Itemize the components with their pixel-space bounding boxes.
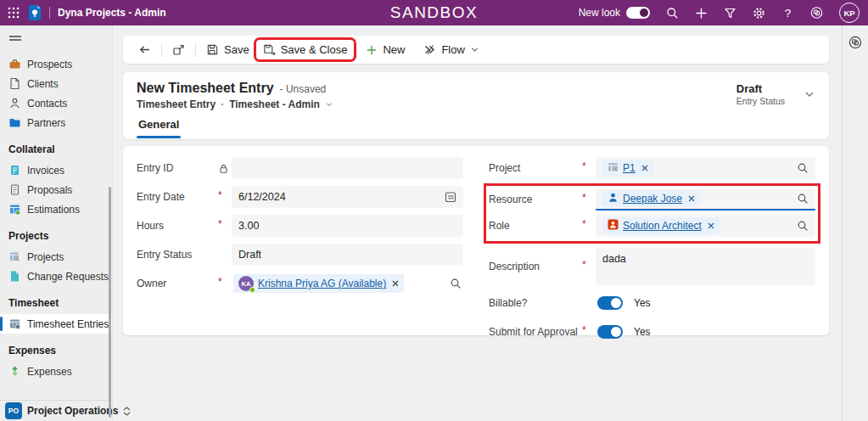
sidebar-scrollbar[interactable] — [109, 187, 111, 418]
remove-resource-icon[interactable] — [688, 195, 695, 202]
settings-gear-icon[interactable] — [753, 7, 765, 20]
area-switcher-icon — [123, 407, 131, 416]
prospects-icon — [8, 58, 21, 70]
sidebar-item-contacts[interactable]: Contacts — [0, 93, 112, 113]
field-entry-id: Entry ID — [137, 157, 463, 179]
entry-id-input — [232, 157, 463, 179]
project-link[interactable]: P1 — [623, 162, 636, 174]
role-lookup[interactable]: Solution Architect — [596, 215, 815, 237]
owner-search-icon[interactable] — [450, 278, 462, 289]
form-section-general: Entry ID Entry Date 6/12/2024 — [123, 146, 829, 335]
date-picker-icon[interactable] — [445, 191, 456, 203]
sidebar-item-prospects[interactable]: Prospects — [0, 54, 112, 74]
tab-general[interactable]: General — [137, 118, 181, 138]
clients-icon — [8, 77, 21, 90]
partners-icon — [8, 116, 21, 129]
record-title: New Timesheet Entry — [137, 81, 274, 96]
remove-owner-icon[interactable] — [392, 280, 399, 287]
sidebar-item-proposals[interactable]: Proposals — [0, 180, 112, 199]
area-label: Project Operations — [27, 405, 118, 417]
divider — [49, 7, 50, 19]
billable-toggle[interactable] — [597, 296, 623, 310]
save-button[interactable]: Save — [199, 40, 256, 59]
field-owner: Owner KA Krishna Priya AG (Available) — [137, 272, 463, 295]
divider — [161, 43, 162, 57]
field-resource: Resource Deepak Jose — [489, 188, 815, 210]
highlight-resource-and-role-fields: Resource Deepak Jose — [484, 183, 820, 244]
save-state: - Unsaved — [280, 83, 327, 95]
field-role: Role Solution Architect — [489, 215, 815, 237]
estimations-icon — [8, 203, 21, 216]
area-switcher[interactable]: PO Project Operations — [0, 400, 112, 421]
open-in-new-window-button[interactable] — [165, 40, 192, 59]
header-status-field[interactable]: Draft Entry Status — [736, 82, 815, 106]
new-button[interactable]: New — [359, 40, 412, 59]
new-look-toggle-group: New look — [579, 7, 650, 19]
add-icon[interactable] — [695, 7, 708, 20]
back-button[interactable] — [132, 40, 158, 59]
form-selector[interactable]: Timesheet - Admin — [229, 98, 320, 110]
sidebar-item-estimations[interactable]: Estimations — [0, 199, 112, 219]
sidebar-collapse-icon[interactable] — [0, 25, 112, 52]
description-input[interactable]: dada — [596, 248, 815, 285]
entity-name: Timesheet Entry — [137, 98, 216, 110]
field-hours: Hours 3.00 — [137, 215, 463, 237]
role-link[interactable]: Solution Architect — [623, 220, 702, 232]
remove-project-icon[interactable] — [641, 165, 648, 171]
new-look-toggle[interactable] — [626, 7, 650, 19]
resource-record-icon — [608, 192, 619, 205]
entry-date-input[interactable]: 6/12/2024 — [232, 186, 463, 208]
sidebar-item-change-requests[interactable]: Change Requests — [0, 267, 112, 286]
project-lookup[interactable]: P1 — [596, 157, 815, 179]
filter-icon[interactable] — [724, 7, 736, 20]
chevron-down-icon[interactable] — [325, 100, 333, 109]
help-icon[interactable]: ? — [781, 7, 794, 20]
sidebar-item-projects[interactable]: Projects — [0, 247, 112, 267]
sidebar-item-expenses[interactable]: Expenses — [0, 362, 112, 381]
area-logo: PO — [5, 402, 22, 419]
user-avatar[interactable]: KP — [839, 3, 860, 23]
app-logo-icon[interactable] — [27, 5, 42, 21]
project-lookup-pill[interactable]: P1 — [602, 160, 653, 177]
role-lookup-pill[interactable]: Solution Architect — [602, 217, 720, 234]
save-and-close-button[interactable]: Save & Close — [256, 40, 355, 59]
flow-button[interactable]: Flow — [417, 40, 485, 59]
separator: · — [221, 98, 224, 110]
sidebar-section-expenses: Expenses — [0, 334, 112, 362]
required-marker — [582, 194, 596, 205]
main-content: Save Save & Close New Flow New Timesheet… — [113, 25, 842, 421]
submit-for-approval-toggle[interactable] — [597, 325, 623, 339]
chevron-down-icon — [470, 45, 479, 54]
invoices-icon — [8, 164, 21, 177]
field-entry-status: Entry Status Draft — [137, 244, 463, 266]
field-description: Description dada — [489, 248, 815, 285]
billable-toggle-value: Yes — [634, 297, 651, 309]
resource-link[interactable]: Deepak Jose — [623, 193, 682, 205]
change-requests-icon — [8, 270, 21, 283]
search-icon[interactable] — [666, 7, 679, 20]
new-look-label: New look — [579, 7, 620, 19]
sitemap-sidebar: Prospects Clients Contacts Partners Coll… — [0, 25, 113, 421]
project-search-icon[interactable] — [797, 162, 809, 174]
waffle-icon[interactable] — [7, 7, 20, 20]
copilot-icon[interactable] — [810, 7, 823, 20]
owner-lookup-pill[interactable]: KA Krishna Priya AG (Available) — [233, 274, 404, 293]
sidebar-item-timesheet-entries[interactable]: Timesheet Entries — [0, 314, 112, 334]
sidebar-item-clients[interactable]: Clients — [0, 74, 112, 93]
divider — [195, 43, 196, 57]
resource-search-icon[interactable] — [797, 193, 809, 205]
owner-link[interactable]: Krishna Priya AG (Available) — [258, 278, 386, 289]
timesheet-entries-icon — [8, 317, 21, 330]
resource-lookup-pill[interactable]: Deepak Jose — [602, 190, 700, 207]
role-record-icon — [608, 219, 619, 233]
role-search-icon[interactable] — [797, 220, 809, 232]
required-marker — [582, 326, 596, 338]
remove-role-icon[interactable] — [708, 222, 714, 229]
sidebar-item-invoices[interactable]: Invoices — [0, 160, 112, 180]
field-entry-date: Entry Date 6/12/2024 — [137, 186, 463, 208]
resource-lookup[interactable]: Deepak Jose — [596, 188, 815, 210]
owner-lookup[interactable]: KA Krishna Priya AG (Available) — [232, 272, 463, 295]
hours-input[interactable]: 3.00 — [232, 215, 463, 237]
copilot-icon[interactable] — [848, 36, 862, 49]
sidebar-item-partners[interactable]: Partners — [0, 113, 112, 132]
